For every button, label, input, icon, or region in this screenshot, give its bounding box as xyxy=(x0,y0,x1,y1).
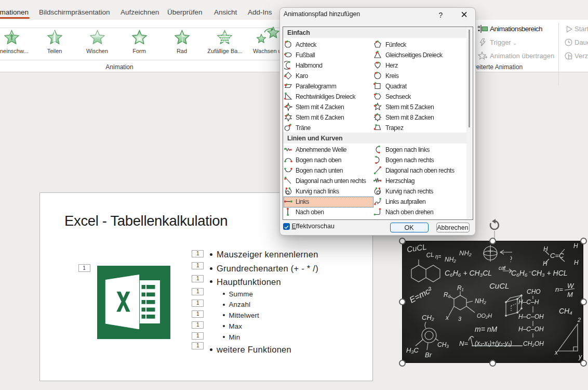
svg-text:n=: n= xyxy=(555,285,563,293)
svg-text:C₆H₆ + CH₃CL: C₆H₆ + CH₃CL xyxy=(445,269,492,277)
svg-text:OO₂H: OO₂H xyxy=(477,313,492,319)
svg-text:3: 3 xyxy=(458,316,462,322)
svg-text:CH₃: CH₃ xyxy=(437,341,449,348)
svg-text:CHO: CHO xyxy=(527,288,541,295)
svg-text:R₆: R₆ xyxy=(444,291,451,298)
svg-text:R₁: R₁ xyxy=(457,284,464,292)
svg-text:x: x xyxy=(445,314,449,321)
svg-text:H: H xyxy=(574,259,579,266)
svg-text:NH₂: NH₂ xyxy=(459,249,472,257)
svg-text:y: y xyxy=(578,353,582,360)
svg-text:C=C: C=C xyxy=(550,252,564,259)
svg-text:H: H xyxy=(573,242,578,250)
svg-text:H₃C: H₃C xyxy=(406,346,419,354)
svg-text:η=: η= xyxy=(435,254,442,259)
svg-text:2: 2 xyxy=(577,317,581,323)
svg-text:CuCL: CuCL xyxy=(489,281,509,290)
svg-text:m= nM: m= nM xyxy=(475,325,498,333)
svg-text:CL: CL xyxy=(426,251,435,259)
svg-text:N=: N= xyxy=(459,340,468,347)
svg-text:x: x xyxy=(554,349,558,356)
svg-text:H–C–OH: H–C–OH xyxy=(518,313,544,320)
svg-text:C₆H₆⁻CH₃ + HCL: C₆H₆⁻CH₃ + HCL xyxy=(511,269,568,277)
svg-text:NH₂: NH₂ xyxy=(475,297,486,305)
svg-text:CH₂OH: CH₂OH xyxy=(523,340,544,347)
svg-text:CH₄: CH₄ xyxy=(559,307,572,315)
svg-text:H–C–OH: H–C–OH xyxy=(518,326,544,333)
svg-text:M: M xyxy=(567,291,573,298)
svg-text:NH₂: NH₂ xyxy=(445,256,456,263)
svg-text:CH₂: CH₂ xyxy=(422,314,434,321)
svg-text:Br: Br xyxy=(425,351,432,359)
svg-text:cat: cat xyxy=(499,265,506,271)
svg-text:W: W xyxy=(567,282,574,290)
